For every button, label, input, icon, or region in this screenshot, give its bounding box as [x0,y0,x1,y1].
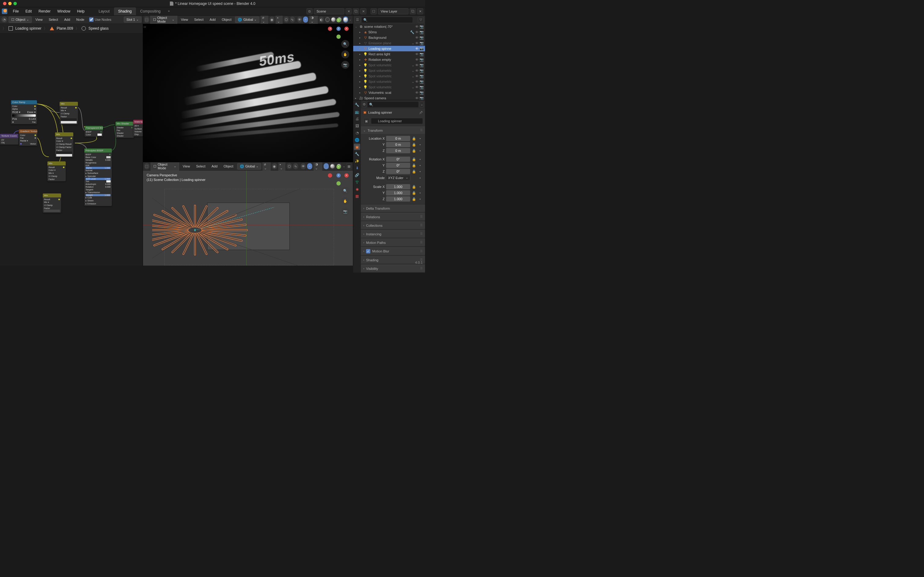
tab-physics-icon[interactable]: ⬇ [354,165,360,171]
location-y-field[interactable]: 0 m [386,142,410,147]
pin-icon[interactable] [419,111,423,114]
pan-icon[interactable]: ✋ [341,50,349,58]
node-mix-1[interactable]: Mix Result Mix ▾ ☑ Clamp Factor [60,102,78,124]
tab-viewlayer-icon[interactable]: 🖼 [354,122,360,129]
curve-icon[interactable]: ∿ [293,163,298,169]
xray-icon[interactable]: ◐ [319,16,324,23]
panel-header-collections[interactable]: ›Collections⠿ [361,222,425,229]
camera-view-icon[interactable]: 📷 [341,61,349,69]
object-name-field[interactable] [371,118,423,124]
snap-toggle-icon[interactable]: ⬡ [284,16,289,23]
tab-modifier-icon[interactable]: 🔧 [354,151,360,157]
props-filter-icon[interactable]: ⌄ [420,102,424,108]
breadcrumb-mesh[interactable]: Plane.009 [56,26,73,31]
vp2-menu-add[interactable]: Add [209,163,220,169]
outliner-row[interactable]: ▸ 💡 Spot volumetric ⌄ 👁📷 [353,73,425,79]
workspace-add-button[interactable]: + [165,7,173,15]
panel-header-motion-paths[interactable]: ›Motion Paths⠿ [361,239,425,246]
overlay-toggle-icon[interactable]: ◑ ⌄ [309,16,317,24]
outliner-tree[interactable]: ⌄ ⧉ scene rotation(-70° 👁📷▸ a 50ms 🔧 👁📷▸… [353,24,425,100]
scale-z-field[interactable]: 1.000 [386,196,410,202]
node-mix-shader[interactable]: Mix Shader Shader Fac Shader Shader [116,122,134,138]
object-mode-dropdown[interactable]: ☐Object Mode ⌄ [150,16,177,24]
node-menu-select[interactable]: Select [46,16,61,23]
vp-menu-add[interactable]: Add [207,16,218,23]
zoom-icon[interactable]: 🔍 [341,187,349,195]
node-texcoord[interactable]: Texture Coord. UVObj [0,134,18,145]
snap-target-icon[interactable]: ▪ ⌄ [275,16,283,24]
node-color-ramp[interactable]: Color Ramp Color Alpha RGB ▾Ease ▾ Pos0.… [11,100,37,124]
outliner-row[interactable]: ▸ 🎥 Speed camera 👁📷 [353,95,425,100]
lock-icon[interactable]: 🔒 [412,169,417,174]
outliner-display-mode-icon[interactable]: ☰ [354,17,361,23]
menu-edit[interactable]: Edit [22,8,35,15]
editor-type-icon[interactable]: ◔ [1,16,7,23]
vp-menu-view[interactable]: View [179,16,191,23]
viewlayer-browse-icon[interactable]: ☐ [371,8,377,15]
snap-dropdown[interactable]: ⌀ ⌄ [262,162,270,171]
node-material-output[interactable]: Material Output All ▾ Surface Volume Dis… [133,120,143,136]
node-gradient[interactable]: Gradient Texture Color Fac Radial ▾ Vect… [19,129,37,146]
viewlayer-delete-icon[interactable]: ✕ [417,8,423,15]
viewlayer-name-field[interactable]: View Layer [378,8,409,15]
tab-scene-icon[interactable]: ◔ [354,130,360,136]
close-window-icon[interactable] [3,2,6,5]
node-mix-4[interactable]: Mix Result Mix ▾ ☑ Clamp Factor [43,193,61,213]
location-z-field[interactable]: 0 m [386,148,410,153]
outliner-row[interactable]: ▸ 💡 Rect area light 👁📷 [353,52,425,57]
lock-icon[interactable]: 🔒 [412,149,417,153]
tab-data-icon[interactable]: ▽ [354,179,360,185]
scale-x-field[interactable]: 1.000 [386,184,410,190]
proportional-edit-icon[interactable]: ◉ [269,16,274,23]
scene-pin-icon[interactable]: ✕ [346,8,352,15]
menu-help[interactable]: Help [74,8,88,15]
render-view-area[interactable]: 50ms [143,24,353,162]
vp2-menu-object[interactable]: Object [221,163,236,169]
outliner-row[interactable]: ⌄ ⧉ scene rotation(-70° 👁📷 [353,24,425,29]
gizmo-toggle-icon[interactable]: ⌖ [303,16,308,23]
material-slot-dropdown[interactable]: Slot 1 ⌄ [124,16,142,23]
outliner-row[interactable]: ▸ ▽ Emission plane ⌄ 👁📷 [353,40,425,46]
minimize-window-icon[interactable] [8,2,11,5]
outliner-row[interactable]: ▸ 💡 Spot volumetric ⌄ 👁📷 [353,79,425,84]
outliner-row[interactable]: ▸ ▽ Background 👁📷 [353,35,425,40]
scene-copy-icon[interactable]: ⿻ [353,8,359,15]
outliner-row[interactable]: ▸ 💡 Spot volumetric ⌄ 👁📷 [353,84,425,90]
snap-toggle-icon[interactable]: ⬡ [287,163,292,169]
tab-material-icon[interactable]: ◉ [354,186,360,192]
shader-type-dropdown[interactable]: ☐Object ⌄ [8,16,32,23]
rotation-z-field[interactable]: 0° [386,169,410,174]
tab-object-icon[interactable]: ▣ [354,143,360,150]
maximize-window-icon[interactable] [13,2,17,5]
snap-target-icon[interactable]: ▪ ⌄ [278,162,286,171]
nav-gizmo[interactable]: Y -X X Z [329,19,348,38]
snap-dropdown[interactable]: ⌀ ⌄ [261,16,268,24]
scale-y-field[interactable]: 1.000 [386,190,410,196]
panel-header-motion-blur[interactable]: ›✓Motion Blur⠿ [361,247,425,255]
rotation-y-field[interactable]: 0° [386,163,410,168]
transform-orientation-dropdown[interactable]: 🌐 Global ⌄ [235,16,259,23]
node-mix-2[interactable]: Mix Result Color ▾ ☑ Clamp Result ☑ Clam… [55,132,73,157]
lock-icon[interactable]: 🔒 [412,143,417,147]
outliner-row[interactable]: ▸ ▽ Volumetric scat 👁📷 [353,90,425,95]
outliner-row[interactable]: ▸ 💡 Spot volumetric ⌄ 👁📷 [353,62,425,68]
editor-type-icon[interactable]: ⬚ [144,16,149,23]
panel-header-relations[interactable]: ›Relations⠿ [361,213,425,220]
rotation-mode-dropdown[interactable]: XYZ Euler⌄ [386,175,410,181]
viewport-wireframe[interactable]: ⬚ ☐Object Mode ⌄ View Select Add Object … [143,162,353,266]
outliner-row[interactable]: ▸ ▽ Loading spinne 👁📷 [353,46,425,52]
use-nodes-checkbox[interactable]: Use Nodes [88,18,113,22]
lock-icon[interactable]: 🔒 [412,157,417,161]
gizmo-toggle-icon[interactable]: ⌖ [307,163,312,169]
node-mix-3[interactable]: Mix Result Color ▾ Mix ▾ ☑ Clamp Factor [47,161,66,181]
lock-icon[interactable]: 🔒 [412,163,417,168]
lock-icon[interactable]: 🔒 [412,191,417,195]
scene-browse-icon[interactable]: ⧉ [306,8,312,15]
curve-icon[interactable]: ∿ [290,16,295,23]
menu-file[interactable]: File [10,8,22,15]
outliner-row[interactable]: ▸ a 50ms 🔧 👁📷 [353,29,425,35]
editor-type-icon[interactable]: ⬚ [144,163,150,169]
camera-view-icon[interactable]: 📷 [341,208,349,216]
tab-particle-icon[interactable]: ✨ [354,158,360,164]
props-options-icon[interactable]: ⚙ [362,102,366,108]
